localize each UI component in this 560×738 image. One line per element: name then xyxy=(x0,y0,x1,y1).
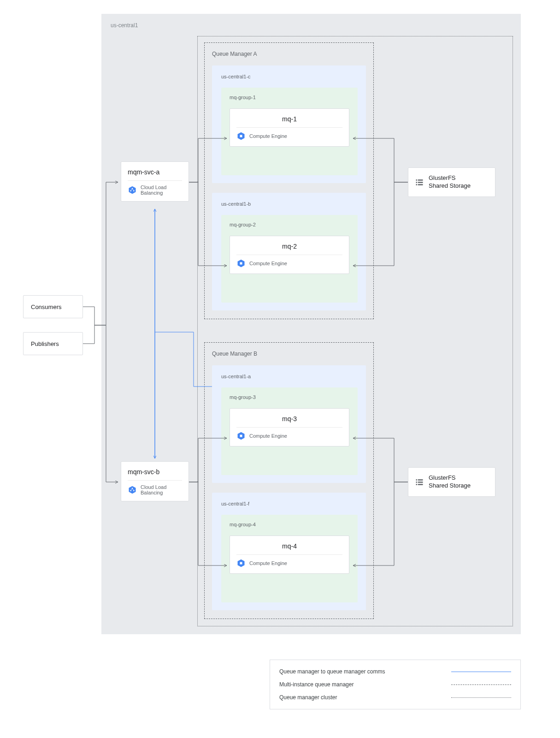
mq-4-title: mq-4 xyxy=(236,542,342,550)
zone-label-c: us-central1-c xyxy=(221,74,251,79)
storage-line1: GlusterFS xyxy=(429,174,456,181)
svg-rect-1 xyxy=(240,135,242,137)
svg-rect-27 xyxy=(418,484,423,485)
svg-rect-17 xyxy=(418,179,423,181)
mq-1-title: mq-1 xyxy=(236,115,342,123)
zone-label-a: us-central1-a xyxy=(221,374,251,379)
mq-4-card: mq-4 Compute Engine xyxy=(230,536,349,574)
svg-marker-8 xyxy=(129,186,136,194)
mq-group-3-label: mq-group-3 xyxy=(230,394,256,400)
legend-box: Queue manager to queue manager comms Mul… xyxy=(270,660,521,709)
svg-rect-25 xyxy=(418,482,423,483)
legend-row-2: Multi-instance queue manager xyxy=(279,681,511,688)
svg-marker-12 xyxy=(129,486,136,494)
glusterfs-storage-a: GlusterFS Shared Storage xyxy=(408,167,495,197)
legend-row-3: Queue manager cluster xyxy=(279,694,511,701)
svg-rect-23 xyxy=(418,479,423,481)
consumers-card: Consumers xyxy=(23,295,83,318)
mq-3-title: mq-3 xyxy=(236,415,342,423)
mq-1-card: mq-1 Compute Engine xyxy=(230,108,349,147)
legend-row-1: Queue manager to queue manager comms xyxy=(279,668,511,675)
mqm-svc-b-sub: Cloud Load Balancing xyxy=(128,484,182,495)
svg-rect-7 xyxy=(240,562,242,565)
diagram-canvas: us-central1 Queue Manager A us-central1-… xyxy=(0,0,560,738)
svg-rect-26 xyxy=(416,484,418,485)
region-label: us-central1 xyxy=(111,22,138,29)
mq-group-4-label: mq-group-4 xyxy=(230,522,256,527)
mq-3-sub: Compute Engine xyxy=(236,431,342,440)
mqm-svc-a-title: mqm-svc-a xyxy=(128,168,182,176)
compute-engine-icon xyxy=(236,559,246,568)
list-icon xyxy=(415,477,424,487)
svg-rect-16 xyxy=(416,179,418,181)
mq-2-card: mq-2 Compute Engine xyxy=(230,236,349,274)
mq-group-2-label: mq-group-2 xyxy=(230,222,256,227)
zone-label-f: us-central1-f xyxy=(221,501,249,506)
compute-engine-icon xyxy=(236,431,246,440)
mqm-svc-b-title: mqm-svc-b xyxy=(128,468,182,476)
publishers-card: Publishers xyxy=(23,332,83,355)
legend-line-solid xyxy=(451,672,511,672)
svg-rect-21 xyxy=(418,184,423,185)
svg-rect-19 xyxy=(418,182,423,183)
cloud-load-balancing-icon xyxy=(128,485,137,494)
svg-rect-3 xyxy=(240,262,242,265)
zone-label-b: us-central1-b xyxy=(221,201,251,207)
svg-rect-5 xyxy=(240,435,242,437)
mq-4-sub: Compute Engine xyxy=(236,559,342,568)
mq-group-1-label: mq-group-1 xyxy=(230,95,256,100)
mqm-svc-b-card: mqm-svc-b Cloud Load Balancing xyxy=(121,461,189,501)
storage-line2-b: Shared Storage xyxy=(429,482,471,489)
mqm-svc-a-sub: Cloud Load Balancing xyxy=(128,184,182,196)
mq-2-sub: Compute Engine xyxy=(236,259,342,268)
compute-engine-icon xyxy=(236,259,246,268)
compute-engine-icon xyxy=(236,131,246,141)
storage-line1-b: GlusterFS xyxy=(429,474,456,481)
legend-line-dashed xyxy=(451,684,511,685)
svg-rect-24 xyxy=(416,482,418,483)
list-icon xyxy=(415,178,424,187)
queue-manager-a-label: Queue Manager A xyxy=(212,51,257,57)
mq-3-card: mq-3 Compute Engine xyxy=(230,408,349,446)
mqm-svc-a-card: mqm-svc-a Cloud Load Balancing xyxy=(121,161,189,202)
svg-rect-18 xyxy=(416,182,418,183)
svg-rect-22 xyxy=(416,479,418,481)
queue-manager-b-label: Queue Manager B xyxy=(212,351,257,357)
mq-2-title: mq-2 xyxy=(236,243,342,250)
legend-line-dotted xyxy=(451,697,511,698)
storage-line2: Shared Storage xyxy=(429,182,471,189)
cloud-load-balancing-icon xyxy=(128,185,137,195)
mq-1-sub: Compute Engine xyxy=(236,131,342,141)
glusterfs-storage-b: GlusterFS Shared Storage xyxy=(408,467,495,497)
svg-rect-20 xyxy=(416,184,418,185)
